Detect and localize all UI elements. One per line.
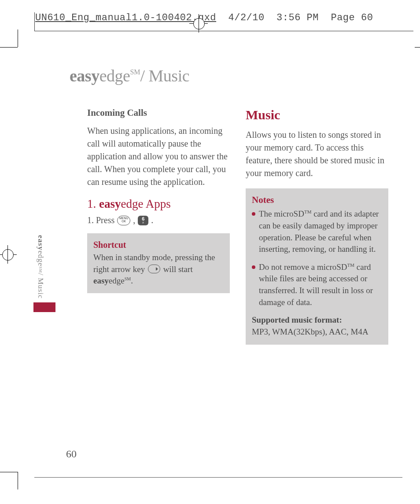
incoming-calls-heading: Incoming Calls	[87, 107, 230, 118]
proof-time: 3:56 PM	[276, 12, 319, 23]
proof-date: 4/2/10	[228, 12, 264, 23]
left-column: Incoming Calls When using applications, …	[87, 107, 230, 345]
page: UN610_Eng_manual1.0-100402.qxd 4/2/10 3:…	[0, 0, 420, 504]
columns: Incoming Calls When using applications, …	[87, 107, 388, 345]
registration-mark-top	[189, 14, 208, 33]
crop-mark	[18, 472, 18, 489]
step-1: 1. Press MENUOK , 6F .	[87, 215, 230, 225]
supported-format: Supported music format: MP3, WMA(32Kbps)…	[252, 314, 382, 338]
menu-ok-key-icon: MENUOK	[117, 216, 130, 225]
note-item-1: The microSDTM card and its adapter can b…	[252, 208, 382, 255]
step-text-prefix: 1. Press	[87, 215, 114, 225]
step-comma: ,	[133, 215, 135, 225]
proof-page: Page 60	[331, 12, 373, 23]
supported-value: MP3, WMA(32Kbps), AAC, M4A	[252, 327, 368, 336]
bullet-icon	[252, 212, 255, 216]
page-title: easyedgeSM/ Music	[70, 66, 388, 85]
easyedge-apps-heading: 1. easyedge Apps	[87, 197, 230, 211]
crop-mark	[415, 47, 420, 48]
music-paragraph: Allows you to listen to songs stored in …	[246, 129, 388, 180]
note-2-text: Do not remove a microSDTM card while fil…	[259, 261, 382, 308]
shortcut-callout: Shortcut When in standby mode, pressing …	[87, 233, 230, 293]
page-number: 60	[66, 448, 77, 460]
crop-mark	[0, 47, 18, 48]
supported-label: Supported music format:	[252, 315, 342, 324]
six-key-icon: 6F	[138, 216, 148, 225]
shortcut-text-post1: will start	[161, 265, 193, 274]
shortcut-title: Shortcut	[93, 239, 224, 251]
crop-mark	[18, 29, 18, 47]
registration-mark-left	[0, 245, 17, 264]
crop-mark	[0, 472, 18, 472]
content-area: easyedgeSM/ Music Incoming Calls When us…	[34, 31, 415, 478]
note-item-2: Do not remove a microSDTM card while fil…	[252, 261, 382, 308]
right-column: Music Allows you to listen to songs stor…	[246, 107, 388, 345]
notes-title: Notes	[252, 194, 382, 206]
music-heading: Music	[246, 107, 388, 122]
note-1-text: The microSDTM card and its adapter can b…	[259, 208, 382, 255]
notes-callout: Notes The microSDTM card and its adapter…	[246, 188, 388, 345]
right-arrow-key-icon	[148, 265, 160, 273]
trim-line-bottom	[34, 477, 402, 478]
trim-line-left	[34, 12, 35, 31]
incoming-calls-paragraph: When using applications, an incoming cal…	[87, 125, 230, 188]
step-period: .	[151, 215, 153, 225]
bullet-icon	[252, 265, 255, 269]
